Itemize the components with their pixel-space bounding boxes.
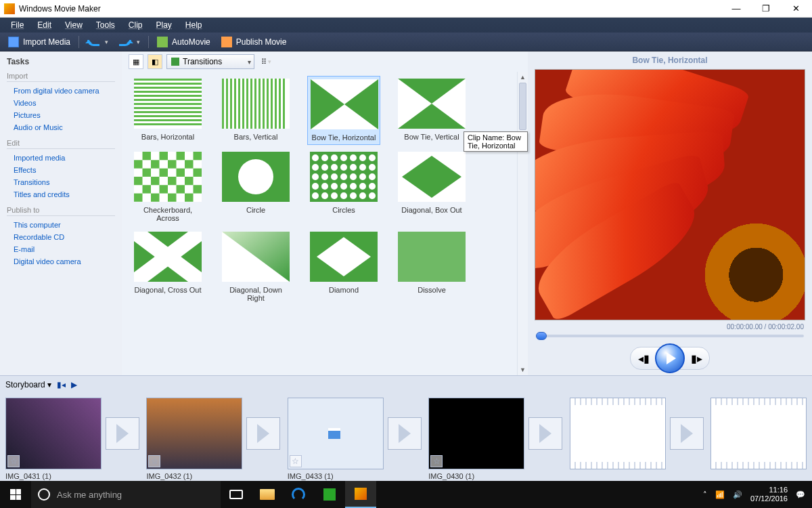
task-titles[interactable]: Titles and credits <box>7 188 115 200</box>
redo-button[interactable]: ▾ <box>115 36 144 47</box>
automovie-label: AutoMovie <box>172 37 210 47</box>
transition-item[interactable]: Checkerboard, Across <box>131 149 204 225</box>
task-dv-camera[interactable]: Digital video camera <box>7 255 115 268</box>
svg-point-62 <box>238 159 273 194</box>
svg-point-93 <box>321 192 328 199</box>
play-button[interactable] <box>655 343 685 373</box>
storyboard-clip[interactable]: ☆IMG_0432 (1) <box>146 398 242 480</box>
task-transitions[interactable]: Transitions <box>7 176 115 188</box>
task-from-camera[interactable]: From digital video camera <box>7 85 115 97</box>
transition-item[interactable]: Circle <box>219 149 292 225</box>
cortana-search[interactable]: Ask me anything <box>31 481 221 508</box>
task-email[interactable]: E-mail <box>7 243 115 255</box>
transition-label: Bars, Horizontal <box>134 133 202 141</box>
storyboard-transition-slot[interactable] <box>670 398 706 469</box>
transition-item[interactable]: Diagonal, Cross Out <box>131 229 204 305</box>
scroll-up-arrow[interactable]: ▲ <box>518 72 528 83</box>
transition-item[interactable]: Bars, Vertical <box>219 76 292 145</box>
storyboard-play-button[interactable]: ▶ <box>71 380 77 389</box>
transition-item[interactable]: Bars, Horizontal <box>131 76 204 145</box>
start-button[interactable] <box>0 481 31 508</box>
clip-star-icon[interactable]: ☆ <box>148 455 160 467</box>
menu-edit[interactable]: Edit <box>30 19 58 31</box>
svg-point-66 <box>331 154 338 161</box>
menu-play[interactable]: Play <box>150 19 179 31</box>
view-options-button[interactable]: ⠿▾ <box>258 54 273 69</box>
next-frame-button[interactable]: ▮▸ <box>687 350 705 367</box>
storyboard-transition-slot[interactable] <box>106 398 142 469</box>
task-recordable-cd[interactable]: Recordable CD <box>7 231 115 243</box>
taskbar-app-explorer[interactable] <box>252 481 283 508</box>
clip-thumbnail: ☆ <box>428 398 524 469</box>
storyboard-empty-slot[interactable] <box>710 398 807 469</box>
svg-rect-6 <box>134 99 202 101</box>
transition-item[interactable]: Dissolve <box>395 229 468 305</box>
tray-notifications-icon[interactable]: 💬 <box>796 490 805 499</box>
preview-title: Bow Tie, Horizontal <box>535 56 805 65</box>
close-button[interactable]: ✕ <box>781 0 811 18</box>
prev-frame-button[interactable]: ◂▮ <box>635 350 652 367</box>
clip-star-icon[interactable]: ☆ <box>7 455 20 467</box>
tray-chevron-icon[interactable]: ˄ <box>703 490 707 499</box>
task-effects[interactable]: Effects <box>7 164 115 176</box>
svg-rect-5 <box>134 95 202 97</box>
search-placeholder: Ask me anything <box>57 490 122 500</box>
task-this-computer[interactable]: This computer <box>7 219 115 231</box>
clip-star-icon[interactable]: ☆ <box>430 455 443 467</box>
view-details-button[interactable]: ▦ <box>129 54 143 69</box>
transition-thumb <box>134 232 202 282</box>
scroll-track[interactable] <box>518 83 528 364</box>
tray-clock[interactable]: 11:16 07/12/2016 <box>750 486 788 503</box>
storyboard-clip[interactable]: ☆IMG_0433 (1) <box>288 398 384 480</box>
taskbar-app-store[interactable] <box>314 481 345 508</box>
scroll-down-arrow[interactable]: ▼ <box>518 364 528 375</box>
storyboard-empty-slot[interactable] <box>570 398 666 469</box>
storyboard-clip[interactable]: ☆IMG_0430 (1) <box>428 398 524 480</box>
storyboard-rewind-button[interactable]: ▮◂ <box>57 380 66 389</box>
transition-item[interactable]: Bow Tie, Horizontal <box>307 76 380 145</box>
transition-thumb <box>134 79 202 129</box>
transition-item[interactable]: Bow Tie, Vertical <box>395 76 468 145</box>
transition-label: Bars, Vertical <box>222 133 290 141</box>
view-thumbnails-button[interactable]: ◧ <box>148 54 162 69</box>
vertical-scrollbar[interactable]: ▲ ▼ <box>517 72 528 375</box>
taskbar-app-moviemaker[interactable] <box>345 481 376 508</box>
import-media-button[interactable]: Import Media <box>4 35 74 49</box>
task-pictures[interactable]: Pictures <box>7 109 115 121</box>
task-view-button[interactable] <box>221 481 252 508</box>
undo-button[interactable]: ▾ <box>83 36 112 47</box>
menu-tools[interactable]: Tools <box>89 19 122 31</box>
menu-help[interactable]: Help <box>179 19 209 31</box>
task-imported-media[interactable]: Imported media <box>7 152 115 164</box>
collection-combo[interactable]: Transitions <box>166 54 254 69</box>
storyboard-clip[interactable]: ☆IMG_0431 (1) <box>5 398 102 480</box>
transition-item[interactable]: Diamond <box>307 229 380 305</box>
seek-knob[interactable] <box>536 332 547 340</box>
automovie-button[interactable]: AutoMovie <box>153 35 215 49</box>
storyboard-transition-slot[interactable] <box>388 398 424 469</box>
publish-movie-button[interactable]: Publish Movie <box>217 35 291 49</box>
storyboard-strip[interactable]: ☆IMG_0431 (1)☆IMG_0432 (1)☆IMG_0433 (1)☆… <box>0 394 812 490</box>
maximize-button[interactable]: ❐ <box>751 0 781 18</box>
taskbar-app-edge[interactable] <box>283 481 314 508</box>
storyboard-label[interactable]: Storyboard ▾ <box>5 380 51 389</box>
task-videos[interactable]: Videos <box>7 97 115 109</box>
scroll-thumb[interactable] <box>519 83 526 130</box>
menu-clip[interactable]: Clip <box>122 19 150 31</box>
clip-star-icon[interactable]: ☆ <box>290 455 302 467</box>
storyboard-transition-slot[interactable] <box>246 398 283 469</box>
tray-network-icon[interactable]: 📶 <box>715 490 725 499</box>
tray-volume-icon[interactable]: 🔊 <box>733 490 742 499</box>
menu-file[interactable]: File <box>4 19 30 31</box>
storyboard-area: Storyboard ▾ ▮◂ ▶ ☆IMG_0431 (1)☆IMG_0432… <box>0 375 812 490</box>
svg-rect-19 <box>242 79 244 129</box>
task-audio[interactable]: Audio or Music <box>7 121 115 133</box>
storyboard-transition-slot[interactable] <box>528 398 565 469</box>
svg-point-86 <box>321 183 328 190</box>
transition-item[interactable]: Circles <box>307 149 380 225</box>
transition-item[interactable]: Diagonal, Box Out <box>395 149 468 225</box>
seek-slider[interactable] <box>536 335 804 340</box>
menu-view[interactable]: View <box>58 19 89 31</box>
minimize-button[interactable]: — <box>721 0 751 18</box>
transition-item[interactable]: Diagonal, Down Right <box>219 229 292 305</box>
